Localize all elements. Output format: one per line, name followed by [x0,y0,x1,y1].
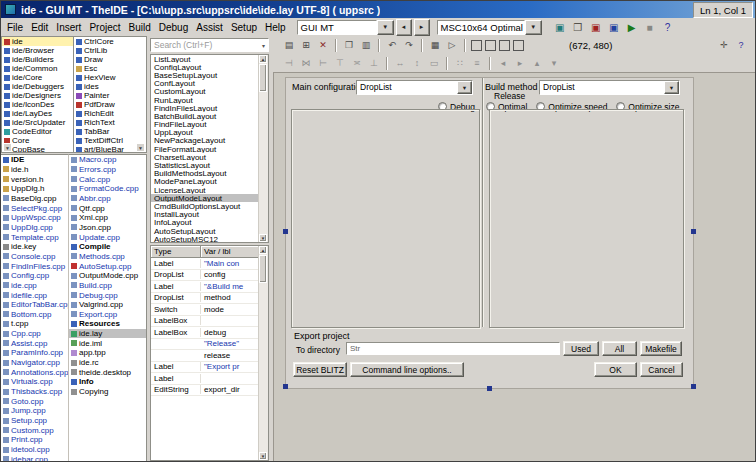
file-item[interactable]: Abbr.cpp [69,194,146,204]
package-item[interactable]: CodeEditor [2,127,73,136]
package-item[interactable]: ide [2,37,73,46]
layout-item[interactable]: BaseSetupLayout [151,71,259,79]
file-item[interactable]: Qtf.cpp [69,203,146,213]
search-dropdown-icon[interactable]: ▾ [262,42,265,49]
grid-icon[interactable]: ▦ [427,38,443,53]
file-item[interactable]: IDE [1,155,68,165]
package-item[interactable]: Core [2,136,73,145]
package-item[interactable]: CppBase [2,145,73,153]
move-up-icon[interactable]: ▴ [529,56,545,71]
package-item[interactable]: Draw [74,55,146,64]
layout-item[interactable]: AutoSetupLayout [151,227,259,235]
menu-item[interactable]: Setup [227,21,261,34]
align-right-icon[interactable]: ⊢ [315,56,331,71]
layout-item[interactable]: ModePaneLayout [151,178,259,186]
file-item[interactable]: Annotations.cpp [1,367,68,377]
file-item[interactable]: Json.cpp [69,223,146,233]
package-item[interactable]: PdfDraw [74,100,146,109]
grid-row[interactable]: release [151,350,259,362]
package-item[interactable]: ide/IconDes [2,100,73,109]
file-item[interactable]: OutputMode.cpp [69,271,146,281]
file-item[interactable]: Copying [69,387,146,397]
next-file-icon[interactable]: ▸ [414,19,430,36]
layout-item[interactable]: UppLayout [151,129,259,137]
preview-layout-icon[interactable]: ▷ [444,38,460,53]
file-item[interactable]: Build.cpp [69,281,146,291]
sample-dark-swatch[interactable] [513,40,524,51]
file-item[interactable]: UppWspc.cpp [1,213,68,223]
grid-row[interactable]: "Release" [151,339,259,351]
package-item[interactable]: ide/Common [2,64,73,73]
file-item[interactable]: AutoSetup.cpp [69,261,146,271]
move-down-icon[interactable]: ▾ [546,56,562,71]
package-item[interactable]: ide/Browser [2,46,73,55]
build-method-combo[interactable]: MSC10x64 Optimal ▼ [437,20,542,35]
main-package-combo[interactable]: GUI MT ▼ [297,20,394,35]
package-item[interactable]: ide/Debuggers [2,82,73,91]
layout-canvas[interactable]: Main configuration DropList ▼ Build meth… [273,72,756,462]
package-item[interactable]: Esc [74,64,146,73]
main-configuration-label[interactable]: Main configuration [292,82,366,92]
align-center-v-icon[interactable]: ≍ [349,56,365,71]
command-line-options-button[interactable]: Command line options.. [350,362,464,377]
file-item[interactable]: t.cpp [1,319,68,329]
canvas-dialog[interactable]: Main configuration DropList ▼ Build meth… [285,77,694,389]
align-top-icon[interactable]: ⊤ [332,56,348,71]
layout-item[interactable]: CharsetLayout [151,153,259,161]
file-item[interactable]: ide.rc [69,358,146,368]
move-right-icon[interactable]: ▸ [512,56,528,71]
file-item[interactable]: Errors.cpp [69,165,146,175]
ok-button[interactable]: OK [594,362,637,377]
chevron-down-icon[interactable]: ▼ [525,20,542,35]
h-spacing-icon[interactable]: ∷ [452,56,468,71]
same-width-icon[interactable]: ↔ [392,56,408,71]
grid-header-type[interactable]: Type [151,246,201,258]
grid-row[interactable]: LabelBox debug [151,327,259,339]
align-bottom-icon[interactable]: ⊥ [366,56,382,71]
layout-item[interactable]: InstallLayout [151,211,259,219]
run-icon[interactable]: ▶ [624,20,640,35]
package-item[interactable]: TabBar [74,127,146,136]
menu-item[interactable]: Edit [27,21,52,34]
file-item[interactable]: version.h [1,174,68,184]
layout-item[interactable]: AutoSetupMSC12 [151,235,259,243]
file-item[interactable]: Config.cpp [1,271,68,281]
layout-item[interactable]: ConfLayout [151,80,259,88]
layout-search-input[interactable]: Search (Ctrl+F) ▾ [150,38,269,52]
file-item[interactable]: ide.cpp [1,281,68,291]
file-item[interactable]: Xml.cpp [69,213,146,223]
file-item[interactable]: Custom.cpp [1,425,68,435]
springs-icon[interactable]: ✛ [716,38,732,53]
grid-header-var[interactable]: Var / lbl [201,246,259,258]
grid-row[interactable]: Label [151,373,259,385]
grid-row[interactable]: DropList method [151,293,259,305]
add-item-icon[interactable]: ⊞ [298,38,314,53]
v-spacing-icon[interactable]: ≡ [469,56,485,71]
package-item[interactable]: ide/LayDes [2,109,73,118]
file-item[interactable]: EditorTabBar.cpp [1,300,68,310]
designer-icon[interactable]: ▣ [606,20,622,35]
scroll-up-icon[interactable]: ▲ [259,246,267,254]
same-height-icon[interactable]: ↕ [409,56,425,71]
layout-item[interactable]: CmdBuildOptionsLayout [151,202,259,210]
stop-icon[interactable]: ■ [642,20,658,35]
undo-icon[interactable]: ↶ [384,38,400,53]
scroll-down-icon[interactable]: ▼ [136,143,145,152]
makefile-button[interactable]: Makefile [640,341,682,356]
main-configuration-droplist[interactable]: DropList ▼ [356,80,473,95]
scroll-thumb[interactable] [259,64,267,92]
sample-plain-swatch[interactable] [471,40,482,51]
file-item[interactable]: Goto.cpp [1,396,68,406]
grid-row[interactable]: LabelBox [151,316,259,328]
menu-item[interactable]: Debug [155,21,192,34]
file-item[interactable]: Debug.cpp [69,290,146,300]
grid-row[interactable]: Switch mode [151,304,259,316]
grid-row[interactable]: DropList config [151,270,259,282]
help-icon[interactable]: ? [660,20,676,35]
file-item[interactable]: Info [69,377,146,387]
layout-item[interactable]: FindFileLayout [151,121,259,129]
copy-icon[interactable]: ❐ [341,38,357,53]
package-item[interactable]: ides [74,82,146,91]
layout-item[interactable]: NewPackageLayout [151,137,259,145]
all-button[interactable]: All [602,341,637,356]
